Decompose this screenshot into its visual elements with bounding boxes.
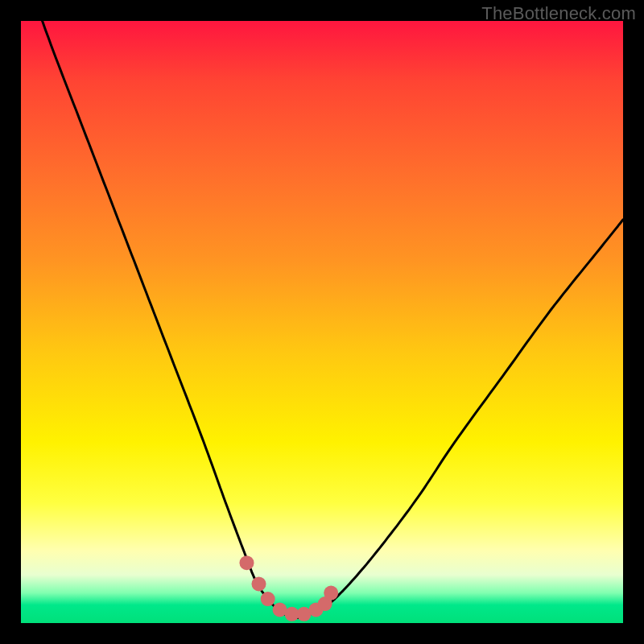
bottleneck-curve xyxy=(21,0,623,617)
watermark-text: TheBottleneck.com xyxy=(481,3,636,24)
highlight-dot xyxy=(240,555,254,570)
chart-svg xyxy=(21,21,623,623)
highlight-dot xyxy=(324,586,338,601)
highlight-dot xyxy=(261,592,275,606)
highlight-dot xyxy=(252,576,266,591)
chart-frame: TheBottleneck.com xyxy=(0,0,644,644)
plot-area xyxy=(21,21,623,623)
highlight-dots xyxy=(240,555,339,621)
